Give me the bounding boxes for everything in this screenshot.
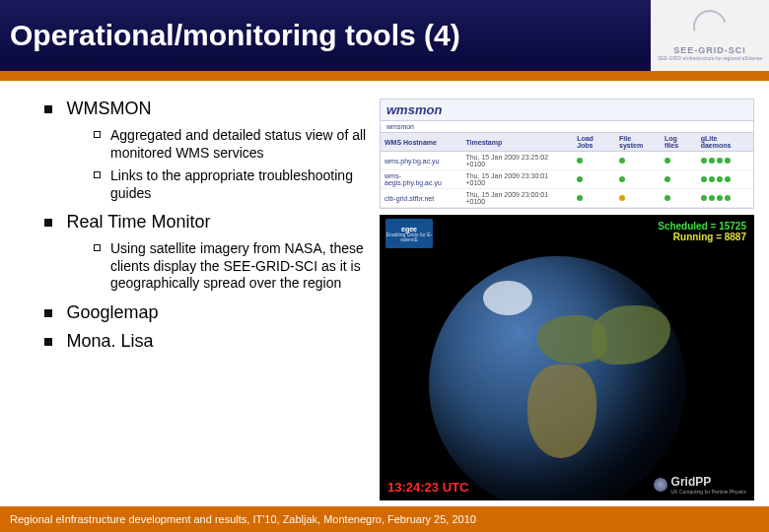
bullet-wmsmon: WMSMON Aggregated and detailed status vi… (44, 99, 372, 202)
cell-status (661, 189, 697, 208)
cell-ts: Thu, 15 Jan 2009 23:25:02 +0100 (461, 152, 573, 170)
bullet-label: Mona. Lisa (66, 331, 153, 351)
brand-logo: SEE-GRID-SCI SEE-GRID eInfrastructure fo… (651, 0, 769, 71)
status-dot-icon (709, 176, 715, 182)
col-dae: gLite daemons (697, 133, 753, 152)
status-dot-icon (619, 195, 625, 201)
cell-status (573, 152, 615, 170)
status-dot-icon (619, 176, 625, 182)
sub-bullet: Aggregated and detailed status view of a… (94, 127, 372, 162)
status-dot-icon (701, 158, 707, 164)
col-host: WMS Hostname (381, 133, 461, 152)
cell-host: wms-aegis.phy.bg.ac.yu (381, 170, 461, 189)
cell-ts: Thu, 15 Jan 2009 23:00:01 +0100 (461, 189, 573, 208)
open-square-icon (94, 171, 101, 178)
cell-status (661, 170, 697, 189)
cell-status (615, 170, 661, 189)
rtm-screenshot: egee Enabling Grids for E-sciencE Schedu… (380, 215, 754, 500)
slide-footer: Regional eInfrastructure development and… (0, 506, 769, 532)
cell-status (697, 189, 753, 208)
square-bullet-icon (44, 309, 52, 317)
running-count: Running = 8887 (658, 232, 746, 242)
brand-text: SEE-GRID-SCI (673, 45, 746, 55)
brand-subtext: SEE-GRID eInfrastructure for regional eS… (658, 55, 762, 61)
sub-bullet: Using satellite imagery from NASA, these… (94, 240, 372, 293)
open-square-icon (94, 244, 101, 251)
swirl-icon (687, 4, 733, 49)
earth-globe-icon (429, 256, 685, 500)
cell-status (615, 189, 661, 208)
bullet-monalisa: Mona. Lisa (44, 331, 372, 352)
wmsmon-table: WMS Hostname Timestamp Load Jobs File sy… (381, 133, 753, 208)
col-ts: Timestamp (461, 133, 573, 152)
table-row: wms.phy.bg.ac.yu Thu, 15 Jan 2009 23:25:… (381, 152, 753, 170)
status-dot-icon (664, 176, 670, 182)
status-dot-icon (725, 158, 731, 164)
gridpp-text: GridPP (671, 475, 712, 489)
wmsmon-logo-text: wmsmon (381, 100, 753, 121)
rtm-top-left: egee Enabling Grids for E-sciencE (385, 219, 433, 248)
sub-bullet-text: Links to the appropriate troubleshooting… (110, 167, 372, 202)
status-dot-icon (664, 158, 670, 164)
text-column: WMSMON Aggregated and detailed status vi… (44, 99, 380, 502)
status-dot-icon (725, 176, 731, 182)
status-dot-icon (577, 195, 583, 201)
sub-bullet: Links to the appropriate troubleshooting… (94, 167, 372, 202)
status-dot-icon (701, 176, 707, 182)
wmsmon-tab: wmsmon (381, 121, 753, 133)
cell-status (573, 189, 615, 208)
landmass (592, 305, 670, 365)
table-header-row: WMS Hostname Timestamp Load Jobs File sy… (381, 133, 753, 152)
rtm-stats: Scheduled = 15725 Running = 8887 (658, 221, 746, 242)
status-dot-icon (577, 158, 583, 164)
image-column: wmsmon wmsmon WMS Hostname Timestamp Loa… (380, 99, 759, 502)
gridpp-logo: GridPP UK Computing for Particle Physics (654, 475, 746, 495)
slide-body: WMSMON Aggregated and detailed status vi… (0, 91, 769, 502)
gridpp-subtext: UK Computing for Particle Physics (671, 489, 746, 495)
footer-text: Regional eInfrastructure development and… (10, 513, 476, 525)
landmass (483, 281, 532, 315)
bullet-label: Real Time Monitor (66, 212, 210, 232)
status-dot-icon (709, 195, 715, 201)
status-dot-icon (664, 195, 670, 201)
accent-bar (0, 71, 769, 81)
cell-ts: Thu, 15 Jan 2009 23:30:01 +0100 (461, 170, 573, 189)
bullet-googlemap: Googlemap (44, 302, 372, 323)
col-load: Load Jobs (573, 133, 615, 152)
open-square-icon (94, 131, 101, 138)
cell-host: wms.phy.bg.ac.yu (381, 152, 461, 170)
col-log: Log files (661, 133, 697, 152)
cell-status (615, 152, 661, 170)
square-bullet-icon (44, 338, 52, 346)
cell-status (661, 152, 697, 170)
egee-badge: egee Enabling Grids for E-sciencE (385, 219, 433, 248)
bullet-label: WMSMON (66, 99, 151, 118)
slide-title: Operational/monitoring tools (4) (10, 19, 460, 52)
cell-status (697, 170, 753, 189)
table-row: wms-aegis.phy.bg.ac.yu Thu, 15 Jan 2009 … (381, 170, 753, 189)
egee-subtext: Enabling Grids for E-sciencE (385, 233, 433, 242)
status-dot-icon (577, 176, 583, 182)
cell-status (573, 170, 615, 189)
sub-bullet-text: Using satellite imagery from NASA, these… (110, 240, 372, 293)
status-dot-icon (717, 195, 723, 201)
utc-clock: 13:24:23 UTC (387, 480, 468, 495)
wmsmon-screenshot: wmsmon wmsmon WMS Hostname Timestamp Loa… (380, 99, 754, 209)
col-fs: File system (615, 133, 661, 152)
gridpp-sphere-icon (654, 478, 667, 492)
status-dot-icon (619, 158, 625, 164)
cell-status (697, 152, 753, 170)
bullet-label: Googlemap (66, 302, 158, 322)
slide-header: Operational/monitoring tools (4) SEE-GRI… (0, 0, 769, 71)
status-dot-icon (725, 195, 731, 201)
bullet-rtm: Real Time Monitor Using satellite imager… (44, 212, 372, 293)
title-band: Operational/monitoring tools (4) (0, 0, 651, 71)
table-row: ctb-grid.stfbr.net Thu, 15 Jan 2009 23:0… (381, 189, 753, 208)
landmass (527, 365, 596, 458)
status-dot-icon (701, 195, 707, 201)
square-bullet-icon (44, 105, 52, 113)
cell-host: ctb-grid.stfbr.net (381, 189, 461, 208)
scheduled-count: Scheduled = 15725 (658, 221, 746, 232)
status-dot-icon (717, 176, 723, 182)
sub-bullet-text: Aggregated and detailed status view of a… (110, 127, 372, 162)
